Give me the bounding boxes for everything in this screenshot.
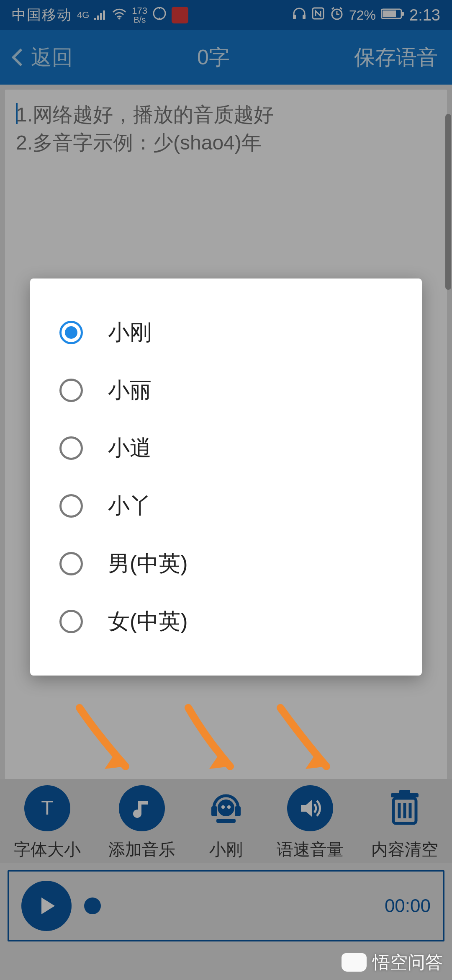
voice-option-2[interactable]: 小逍 [55,419,401,477]
radio-icon [59,321,83,344]
voice-option-0[interactable]: 小刚 [55,304,401,361]
voice-option-label: 小刚 [108,318,152,347]
radio-icon [59,436,83,460]
voice-option-label: 女(中英) [108,607,188,636]
voice-option-label: 男(中英) [108,549,188,578]
watermark: 悟空问答 [342,951,443,974]
voice-option-label: 小丽 [108,376,152,405]
radio-icon [59,494,83,518]
annotation-arrow-2 [176,699,251,783]
voice-option-label: 小丫 [108,491,152,521]
annotation-arrow-1 [71,699,146,783]
radio-icon [59,552,83,575]
annotation-arrow-3 [268,699,343,783]
voice-option-1[interactable]: 小丽 [55,361,401,419]
voice-select-dialog: 小刚 小丽 小逍 小丫 男(中英) 女(中英) [30,279,422,676]
watermark-text: 悟空问答 [372,951,443,974]
voice-option-5[interactable]: 女(中英) [55,593,401,650]
radio-icon [59,379,83,402]
voice-option-label: 小逍 [108,433,152,463]
watermark-logo-icon [342,953,367,972]
voice-option-3[interactable]: 小丫 [55,477,401,535]
voice-option-4[interactable]: 男(中英) [55,535,401,593]
radio-icon [59,610,83,633]
screen: 中国移动 4G 173 B/s [0,0,452,980]
